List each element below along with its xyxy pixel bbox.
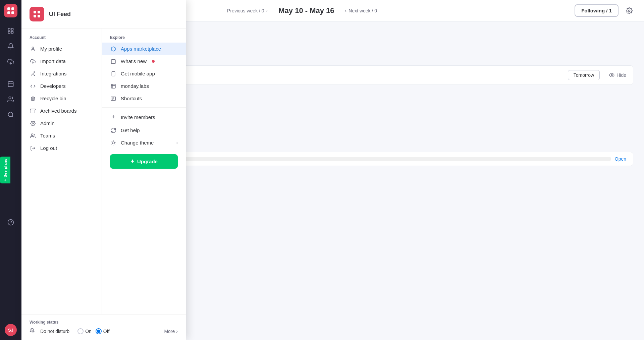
menu-item-monday-labs[interactable]: monday.labs: [102, 80, 186, 92]
menu-item-archived-boards[interactable]: Archived boards: [21, 105, 102, 117]
more-chevron-icon: ›: [176, 329, 178, 334]
more-link[interactable]: More ›: [164, 329, 178, 334]
menu-item-get-help[interactable]: Get help: [102, 124, 186, 136]
see-plans-button[interactable]: + See plans: [0, 157, 10, 183]
sidebar-item-help[interactable]: [4, 216, 17, 229]
menu-account-section: Account My profile Import dat: [21, 29, 102, 314]
open-link[interactable]: Open: [615, 156, 626, 162]
menu-app-name: UI Feed: [49, 11, 71, 18]
svg-rect-0: [7, 7, 10, 10]
sidebar-item-calendar[interactable]: [4, 77, 17, 91]
menu-item-teams[interactable]: Teams: [21, 129, 102, 142]
menu-developers-label: Developers: [40, 83, 66, 89]
menu-item-integrations[interactable]: Integrations: [21, 67, 102, 80]
get-help-icon: [110, 128, 117, 133]
profile-icon: [30, 46, 36, 52]
upgrade-star-icon: ✦: [130, 158, 135, 165]
monday-labs-label: monday.labs: [121, 83, 149, 89]
sidebar-item-notifications[interactable]: [4, 40, 17, 53]
do-not-disturb-text: Do not disturb: [40, 329, 69, 334]
teams-icon: [30, 133, 36, 138]
radio-off[interactable]: Off: [96, 328, 109, 334]
invite-members-icon: +: [110, 114, 117, 121]
radio-on[interactable]: On: [77, 328, 92, 334]
account-section-label: Account: [21, 35, 102, 40]
svg-line-49: [115, 141, 115, 141]
menu-item-apps-marketplace[interactable]: Apps marketplace: [102, 43, 186, 55]
svg-rect-7: [11, 32, 13, 34]
prev-week-button[interactable]: Previous week / 0 ‹: [227, 8, 268, 13]
svg-rect-2: [7, 11, 10, 14]
admin-icon: [30, 121, 36, 126]
svg-point-25: [32, 47, 34, 49]
svg-point-20: [611, 74, 612, 76]
upgrade-label: Upgrade: [137, 159, 158, 164]
menu-item-log-out[interactable]: Log out: [21, 142, 102, 154]
monday-labs-icon: [110, 83, 117, 89]
svg-rect-23: [34, 15, 36, 17]
radio-off-circle: [96, 328, 102, 334]
get-mobile-app-label: Get mobile app: [121, 71, 155, 76]
svg-rect-6: [8, 32, 10, 34]
menu-item-developers[interactable]: Developers: [21, 80, 102, 92]
menu-item-get-mobile-app[interactable]: Get mobile app: [102, 67, 186, 80]
menu-item-import-data[interactable]: Import data: [21, 55, 102, 67]
log-out-icon: [30, 146, 36, 151]
menu-item-change-theme[interactable]: Change theme ›: [102, 136, 186, 149]
svg-point-32: [31, 134, 33, 135]
working-status-label: Working status: [30, 320, 178, 325]
see-plans-container: + See plans: [0, 157, 10, 183]
menu-archived-boards-label: Archived boards: [40, 108, 76, 114]
svg-rect-24: [38, 15, 40, 17]
menu-import-data-label: Import data: [40, 58, 66, 64]
sidebar-logo[interactable]: [4, 4, 17, 17]
menu-header: UI Feed: [21, 0, 186, 29]
get-help-label: Get help: [121, 127, 140, 133]
sidebar-item-home[interactable]: [4, 24, 17, 38]
sidebar: + See plans SJ: [0, 0, 21, 340]
working-status-row: Do not disturb On Off More ›: [30, 328, 178, 335]
svg-point-13: [9, 97, 11, 99]
mobile-app-icon: [110, 71, 117, 76]
radio-on-circle: [77, 328, 84, 334]
svg-rect-21: [34, 11, 36, 13]
svg-line-44: [112, 141, 112, 141]
radio-off-label: Off: [103, 329, 109, 334]
svg-rect-4: [8, 29, 10, 31]
sidebar-item-people[interactable]: [4, 93, 17, 106]
radio-group: On Off: [77, 328, 109, 334]
svg-line-48: [112, 144, 112, 145]
do-not-disturb-icon: [30, 328, 35, 335]
radio-on-label: On: [85, 329, 92, 334]
explore-section-label: Explore: [102, 35, 186, 40]
menu-explore-section: Explore Apps marketplace What's new: [102, 29, 186, 314]
sidebar-item-search[interactable]: [4, 108, 17, 121]
header-right: Following / 1: [575, 4, 636, 17]
apps-marketplace-icon: [110, 46, 117, 52]
sidebar-item-inbox[interactable]: [4, 55, 17, 68]
dropdown-menu: UI Feed Account My profile: [21, 0, 186, 340]
hide-button[interactable]: Hide: [609, 72, 626, 78]
apps-marketplace-label: Apps marketplace: [121, 46, 161, 52]
svg-point-18: [629, 10, 630, 11]
following-button[interactable]: Following / 1: [575, 4, 619, 17]
tomorrow-button[interactable]: Tomorrow: [568, 70, 600, 80]
menu-item-shortcuts[interactable]: Shortcuts: [102, 92, 186, 105]
menu-item-admin[interactable]: Admin: [21, 117, 102, 129]
next-week-button[interactable]: › Next week / 0: [345, 8, 377, 13]
sidebar-user-avatar[interactable]: SJ: [5, 324, 17, 336]
svg-rect-29: [31, 109, 36, 110]
menu-item-whats-new[interactable]: What's new: [102, 55, 186, 67]
menu-item-my-profile[interactable]: My profile: [21, 43, 102, 55]
settings-button[interactable]: [623, 4, 636, 17]
svg-rect-22: [38, 11, 40, 13]
more-label: More: [164, 329, 175, 334]
upgrade-button[interactable]: ✦ Upgrade: [110, 154, 178, 169]
whats-new-icon: [110, 59, 117, 64]
menu-divider-1: [102, 107, 186, 108]
menu-item-invite-members[interactable]: + Invite members: [102, 110, 186, 124]
menu-item-recycle-bin[interactable]: Recycle bin: [21, 92, 102, 105]
shortcuts-icon: [110, 96, 117, 101]
change-theme-chevron-icon: ›: [176, 140, 178, 145]
archived-boards-icon: [30, 108, 36, 114]
